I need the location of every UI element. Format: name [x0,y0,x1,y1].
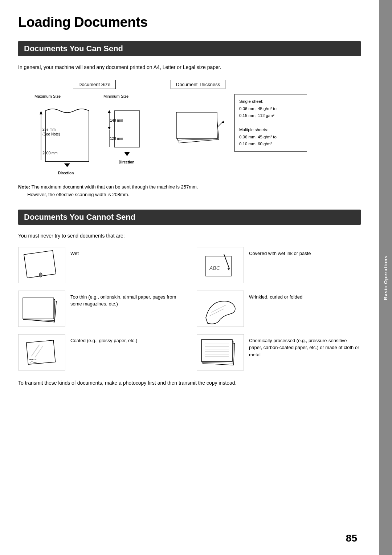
svg-text:128 mm: 128 mm [110,137,123,141]
cannot-send-grid: Wet ABC Covered with wet ink or paste [18,247,361,370]
thin-icon [22,292,62,325]
svg-text:Direction: Direction [58,171,74,175]
chemical-label: Chemically processed (e.g., pressure-sen… [249,334,361,358]
wet-icon [22,249,62,281]
thickness-svg [171,94,229,152]
section2-header: Documents You Cannot Send [18,210,361,225]
doc-size-label: Document Size [73,80,116,89]
multiple-sheets-label: Multiple sheets: 0.06 mm, 45 g/m² to 0.1… [239,126,302,148]
svg-marker-15 [124,152,130,156]
list-item: Too thin (e.g., onionskin, airmail paper… [18,291,182,327]
list-item: ABC Covered with wet ink or paste [197,247,361,283]
doc-size-diagram: Document Size Maximum Size 257 mm [18,80,171,176]
single-sheet-label: Single sheet: 0.06 mm, 45 g/m² to 0.15 m… [239,98,302,119]
ink-icon: ABC [200,249,240,281]
right-tab-label: Basic Operations [383,255,388,300]
svg-text:2000 mm: 2000 mm [42,151,58,155]
max-size-container: Maximum Size 257 mm (See Note) 2000 mm [34,94,96,176]
svg-text:(See Note): (See Note) [42,132,60,136]
min-size-container: Minimum Size 148 mm 128 mm [103,94,154,176]
chemical-image [197,334,244,370]
chemical-icon [200,336,240,369]
svg-text:257 mm: 257 mm [42,127,56,131]
right-tab: Basic Operations [379,0,392,555]
svg-rect-19 [176,112,217,138]
svg-rect-30 [23,298,54,319]
section1-header: Documents You Can Send [18,41,361,56]
max-size-svg: 257 mm (See Note) 2000 mm Direction [34,100,96,176]
main-content: Loading Documents Documents You Can Send… [0,0,379,555]
diagrams-row: Document Size Maximum Size 257 mm [18,80,361,176]
list-item: Wet [18,247,182,283]
svg-rect-38 [201,340,232,361]
wrinkled-icon [200,292,240,325]
cannot-send-intro: You must never try to send documents tha… [18,232,361,240]
note-strong: Note: [18,184,30,190]
page-number: 85 [346,532,357,544]
page-title: Loading Documents [18,15,361,30]
transmit-note: To transmit these kinds of documents, ma… [18,379,361,387]
wrinkled-image [197,291,244,327]
doc-thickness-label: Document Thickness [171,80,225,89]
max-size-label: Maximum Size [34,94,61,98]
coated-image [18,334,65,370]
min-size-svg: 148 mm 128 mm Direction [103,100,154,176]
svg-marker-10 [108,110,111,113]
svg-text:Direction: Direction [119,160,134,164]
svg-marker-11 [108,127,111,130]
ink-label: Covered with wet ink or paste [249,247,361,257]
note-text: Note: The maximum document width that ca… [18,183,361,199]
svg-marker-1 [40,111,42,114]
wet-label: Wet [70,247,182,257]
svg-point-23 [39,273,42,277]
list-item: Wrinkled, curled or folded [197,291,361,327]
section1-intro: In general, your machine will send any d… [18,64,361,71]
thin-label: Too thin (e.g., onionskin, airmail paper… [70,291,182,308]
thin-image [18,291,65,327]
svg-marker-21 [222,121,224,123]
svg-text:148 mm: 148 mm [110,118,123,122]
doc-thickness-diagram: Document Thickness [171,80,361,152]
doc-size-inner: Maximum Size 257 mm (See Note) 2000 mm [34,94,154,176]
thickness-content: Single sheet: 0.06 mm, 45 g/m² to 0.15 m… [171,94,307,152]
svg-rect-8 [114,111,140,147]
coated-label: Coated (e.g., glossy paper, etc.) [70,334,182,344]
page-container: Loading Documents Documents You Can Send… [0,0,392,555]
list-item: Chemically processed (e.g., pressure-sen… [197,334,361,370]
note-content: The maximum document width that can be s… [18,184,198,197]
svg-text:ABC: ABC [209,265,220,271]
wrinkled-label: Wrinkled, curled or folded [249,291,361,301]
list-item: Coated (e.g., glossy paper, etc.) [18,334,182,370]
wet-image [18,247,65,283]
ink-image: ABC [197,247,244,283]
svg-marker-6 [64,163,70,167]
min-size-label: Minimum Size [103,94,128,98]
svg-rect-33 [26,340,56,364]
thickness-info-box: Single sheet: 0.06 mm, 45 g/m² to 0.15 m… [234,94,307,152]
coated-icon [22,336,62,369]
